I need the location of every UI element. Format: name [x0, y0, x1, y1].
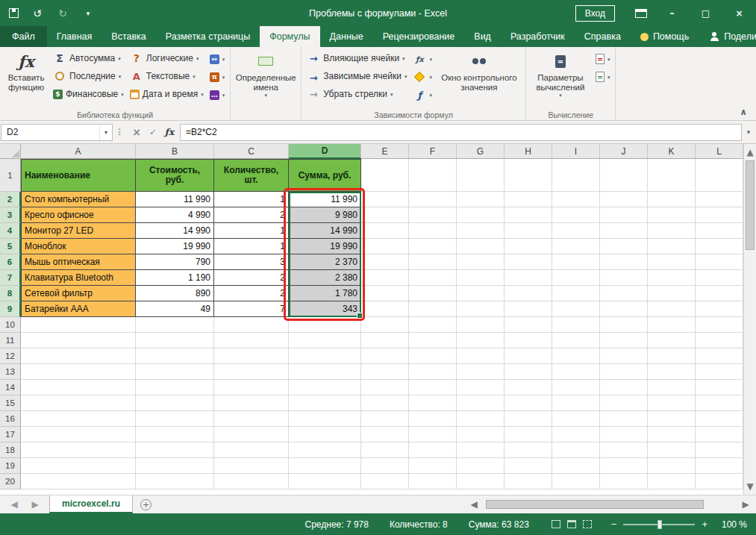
- cell-e14[interactable]: [361, 380, 409, 395]
- column-header-e[interactable]: E: [361, 144, 409, 159]
- cell-g1[interactable]: [457, 159, 504, 192]
- cell-e16[interactable]: [361, 411, 409, 427]
- cell-h2[interactable]: [504, 192, 552, 207]
- select-all-corner[interactable]: [0, 144, 21, 159]
- cell-d10[interactable]: [289, 317, 361, 333]
- cell-b11[interactable]: [136, 333, 214, 348]
- cell-c19[interactable]: [214, 458, 289, 474]
- cell-a17[interactable]: [21, 427, 136, 442]
- cell-a19[interactable]: [21, 458, 136, 474]
- cell-a11[interactable]: [21, 333, 136, 348]
- cell-h16[interactable]: [504, 411, 552, 427]
- cell-k12[interactable]: [648, 348, 696, 364]
- cell-c8[interactable]: 2: [214, 286, 289, 301]
- cell-l19[interactable]: [696, 458, 743, 474]
- cell-b2[interactable]: 11 990: [136, 192, 214, 207]
- cell-a4[interactable]: Монитор 27 LED: [21, 223, 136, 239]
- cell-e9[interactable]: [361, 301, 409, 317]
- cell-e6[interactable]: [361, 254, 409, 270]
- cell-k4[interactable]: [648, 223, 696, 239]
- tab-view[interactable]: Вид: [464, 26, 501, 47]
- cell-b12[interactable]: [136, 348, 214, 364]
- normal-view-icon[interactable]: [552, 520, 560, 528]
- cell-b1[interactable]: Стоимость, руб.: [136, 159, 214, 192]
- cell-a12[interactable]: [21, 348, 136, 364]
- cell-d2[interactable]: 11 990: [289, 192, 361, 207]
- cell-j10[interactable]: [600, 317, 648, 333]
- vertical-scroll-thumb[interactable]: [746, 160, 755, 250]
- cell-j17[interactable]: [600, 427, 648, 442]
- cell-a1[interactable]: Наименование: [21, 159, 136, 192]
- cell-a10[interactable]: [21, 317, 136, 333]
- cell-c4[interactable]: 1: [214, 223, 289, 239]
- cell-i1[interactable]: [552, 159, 600, 192]
- cell-f12[interactable]: [409, 348, 457, 364]
- cell-e2[interactable]: [361, 192, 409, 207]
- scroll-up-icon[interactable]: [743, 146, 756, 158]
- cell-f18[interactable]: [409, 442, 457, 458]
- cell-f3[interactable]: [409, 207, 457, 223]
- math-button[interactable]: ▾: [207, 69, 228, 85]
- cell-j18[interactable]: [600, 442, 648, 458]
- tab-developer[interactable]: Разработчик: [501, 26, 575, 47]
- autosum-button[interactable]: Автосумма▾: [50, 50, 127, 66]
- row-header-19[interactable]: 19: [0, 458, 21, 474]
- cell-c6[interactable]: 3: [214, 254, 289, 270]
- cell-a16[interactable]: [21, 411, 136, 427]
- cell-k1[interactable]: [648, 159, 696, 192]
- cell-i9[interactable]: [552, 301, 600, 317]
- cell-b19[interactable]: [136, 458, 214, 474]
- watch-window-button[interactable]: Окно контрольного значения: [435, 49, 523, 96]
- sign-in-button[interactable]: Вход: [575, 5, 615, 22]
- cell-d18[interactable]: [289, 442, 361, 458]
- cell-h20[interactable]: [504, 474, 552, 489]
- column-header-a[interactable]: A: [21, 144, 136, 159]
- cell-e11[interactable]: [361, 333, 409, 348]
- datetime-button[interactable]: Дата и время▾: [127, 86, 207, 102]
- scroll-right-icon[interactable]: [739, 498, 752, 510]
- cell-b15[interactable]: [136, 395, 214, 411]
- trace-dependents-button[interactable]: Зависимые ячейки▾: [304, 68, 410, 84]
- cell-a7[interactable]: Клавиатура Bluetooth: [21, 270, 136, 286]
- cell-g3[interactable]: [457, 207, 504, 223]
- cell-d11[interactable]: [289, 333, 361, 348]
- cell-k19[interactable]: [648, 458, 696, 474]
- cell-f4[interactable]: [409, 223, 457, 239]
- cell-a5[interactable]: Моноблок: [21, 239, 136, 254]
- cell-k14[interactable]: [648, 380, 696, 395]
- row-header-7[interactable]: 7: [0, 270, 21, 286]
- zoom-slider[interactable]: [623, 524, 695, 525]
- row-header-18[interactable]: 18: [0, 442, 21, 458]
- cell-c18[interactable]: [214, 442, 289, 458]
- ribbon-display-options-button[interactable]: [627, 0, 655, 26]
- insert-function-fx-button[interactable]: [161, 124, 178, 141]
- cell-g18[interactable]: [457, 442, 504, 458]
- column-header-i[interactable]: I: [552, 144, 600, 159]
- cell-j4[interactable]: [600, 223, 648, 239]
- add-sheet-button[interactable]: [133, 495, 159, 513]
- column-header-l[interactable]: L: [696, 144, 743, 159]
- zoom-in-icon[interactable]: +: [702, 519, 707, 530]
- customize-qat-icon[interactable]: [81, 7, 95, 19]
- cell-c12[interactable]: [214, 348, 289, 364]
- cell-a3[interactable]: Кресло офисное: [21, 207, 136, 223]
- insert-function-button[interactable]: Вставить функцию: [2, 49, 50, 96]
- cell-k18[interactable]: [648, 442, 696, 458]
- cell-g6[interactable]: [457, 254, 504, 270]
- cell-b20[interactable]: [136, 474, 214, 489]
- cell-i18[interactable]: [552, 442, 600, 458]
- cell-c3[interactable]: 2: [214, 207, 289, 223]
- cell-j5[interactable]: [600, 239, 648, 254]
- zoom-out-icon[interactable]: −: [611, 519, 617, 530]
- cell-f2[interactable]: [409, 192, 457, 207]
- evaluate-formula-button[interactable]: ▾: [410, 87, 435, 103]
- lookup-button[interactable]: ▾: [207, 51, 228, 67]
- cell-k2[interactable]: [648, 192, 696, 207]
- row-header-14[interactable]: 14: [0, 380, 21, 395]
- cell-f6[interactable]: [409, 254, 457, 270]
- cell-j7[interactable]: [600, 270, 648, 286]
- row-header-8[interactable]: 8: [0, 286, 21, 301]
- cell-h3[interactable]: [504, 207, 552, 223]
- cell-j12[interactable]: [600, 348, 648, 364]
- cell-i4[interactable]: [552, 223, 600, 239]
